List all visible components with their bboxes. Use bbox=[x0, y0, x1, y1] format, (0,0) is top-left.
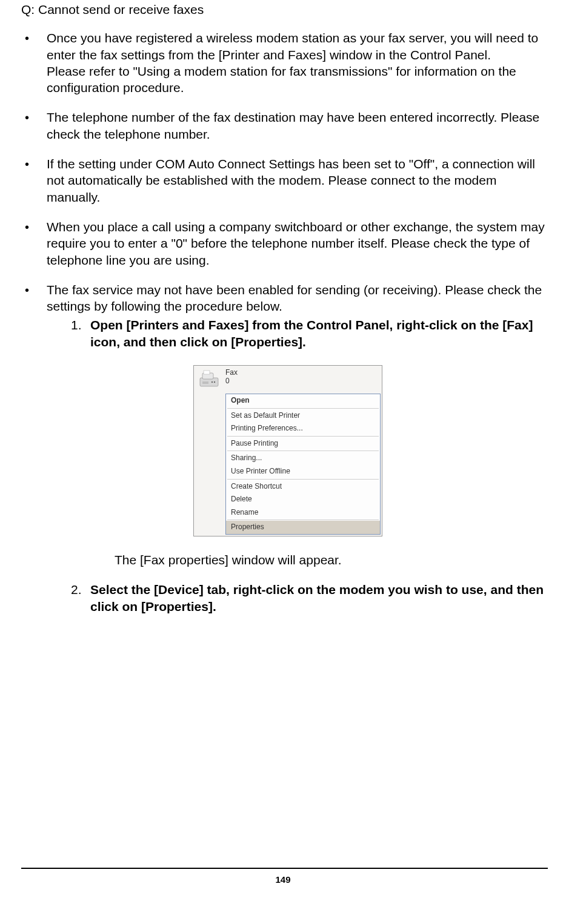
svg-rect-2 bbox=[204, 371, 210, 374]
step-text: Select the [Device] tab, right-click on … bbox=[90, 582, 544, 613]
step-result-text: The [Fax properties] window will appear. bbox=[115, 552, 548, 568]
step-number: 2. bbox=[71, 581, 82, 598]
menu-item-offline[interactable]: Use Printer Offline bbox=[226, 465, 380, 478]
menu-item-rename[interactable]: Rename bbox=[226, 506, 380, 520]
bullet-item: If the setting under COM Auto Connect Se… bbox=[21, 156, 548, 205]
menu-separator bbox=[227, 520, 379, 520]
bullet-text: If the setting under COM Auto Connect Se… bbox=[47, 157, 535, 204]
menu-item-set-default[interactable]: Set as Default Printer bbox=[226, 409, 380, 423]
menu-separator bbox=[227, 408, 379, 409]
step-number: 1. bbox=[71, 317, 82, 333]
step-text: Open [Printers and Faxes] from the Contr… bbox=[90, 318, 533, 348]
menu-item-properties[interactable]: Properties bbox=[226, 521, 380, 534]
numbered-steps: 1. Open [Printers and Faxes] from the Co… bbox=[71, 317, 548, 614]
context-menu: Open Set as Default Printer Printing Pre… bbox=[225, 394, 381, 535]
menu-item-pause[interactable]: Pause Printing bbox=[226, 437, 380, 450]
bullet-item: The telephone number of the fax destinat… bbox=[21, 109, 548, 142]
menu-item-open[interactable]: Open bbox=[226, 394, 380, 408]
fax-label-line: Fax bbox=[225, 368, 238, 377]
menu-separator bbox=[227, 450, 379, 451]
footer-rule bbox=[21, 868, 548, 869]
fax-icon-label: Fax 0 bbox=[225, 368, 238, 386]
menu-separator bbox=[227, 479, 379, 480]
step-item: 1. Open [Printers and Faxes] from the Co… bbox=[71, 317, 548, 568]
bullet-list: Once you have registered a wireless mode… bbox=[21, 30, 548, 615]
step-item: 2. Select the [Device] tab, right-click … bbox=[71, 581, 548, 615]
bullet-text: When you place a call using a company sw… bbox=[47, 220, 545, 267]
page-number: 149 bbox=[0, 874, 566, 886]
bullet-item: The fax service may not have been enable… bbox=[21, 282, 548, 615]
bullet-item: Once you have registered a wireless mode… bbox=[21, 30, 548, 96]
page-footer: 149 bbox=[0, 868, 566, 886]
screenshot-figure: Fax 0 Open Set as Default Printer Printi… bbox=[193, 365, 382, 536]
menu-separator bbox=[227, 436, 379, 437]
menu-item-delete[interactable]: Delete bbox=[226, 493, 380, 506]
svg-point-3 bbox=[214, 381, 215, 383]
fax-label-line: 0 bbox=[225, 377, 238, 385]
menu-item-shortcut[interactable]: Create Shortcut bbox=[226, 480, 380, 493]
bullet-text: Once you have registered a wireless mode… bbox=[47, 31, 538, 61]
fax-machine-icon bbox=[198, 368, 222, 390]
menu-item-sharing[interactable]: Sharing... bbox=[226, 452, 380, 465]
bullet-item: When you place a call using a company sw… bbox=[21, 219, 548, 268]
bullet-text: The telephone number of the fax destinat… bbox=[47, 110, 539, 140]
svg-point-4 bbox=[211, 381, 213, 383]
menu-item-preferences[interactable]: Printing Preferences... bbox=[226, 422, 380, 435]
bullet-text: The fax service may not have been enable… bbox=[47, 283, 542, 313]
page-title: Q: Cannot send or receive faxes bbox=[21, 1, 548, 18]
bullet-text: Please refer to "Using a modem station f… bbox=[47, 63, 548, 96]
svg-rect-5 bbox=[202, 381, 208, 384]
